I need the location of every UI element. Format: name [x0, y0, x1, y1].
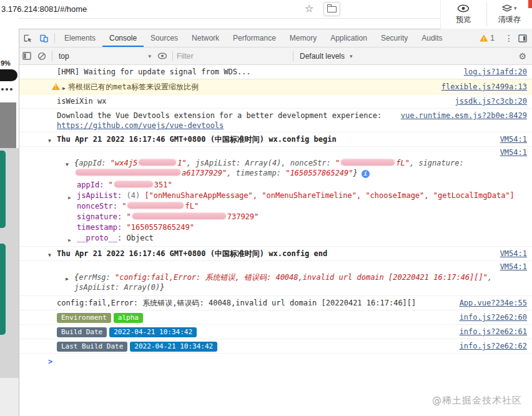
clear-cache-button[interactable]: ▾ 清缓存	[487, 0, 532, 29]
divider	[52, 51, 52, 61]
menu-dots-icon	[1, 88, 12, 91]
source-link[interactable]: VM54:1	[500, 249, 527, 259]
source-link[interactable]: VM54:1	[500, 134, 527, 144]
group-title: Thu Apr 21 2022 16:17:46 GMT+0800 (中国标准时…	[57, 249, 327, 258]
watermark: @稀土掘金技术社区	[432, 395, 522, 405]
teal-card-1[interactable]	[0, 151, 6, 228]
property-key: __proto__:	[77, 234, 126, 242]
source-link[interactable]: info.js?2e62:61	[460, 327, 527, 337]
console-message-hmr: log.js?1afd:20 [HMR] Waiting for update …	[19, 65, 532, 79]
chevron-down-icon: ▾	[350, 53, 353, 59]
alpha-badge: alpha	[114, 313, 143, 323]
teal-card-2[interactable]	[0, 244, 6, 335]
console-output: log.js?1afd:20 [HMR] Waiting for update …	[19, 65, 532, 416]
preview-key: , nonceStr:	[281, 159, 335, 167]
source-link[interactable]: VM54:1	[500, 262, 527, 271]
preview-button[interactable]: 预览	[441, 0, 486, 29]
property-proto: ▶ __proto__: Object	[68, 233, 527, 244]
tab-audits[interactable]: Audits	[415, 30, 449, 47]
source-link[interactable]: jssdk.js?c3cb:20	[455, 96, 527, 106]
collapse-arrow-icon[interactable]: ▼	[48, 250, 51, 260]
preview-value: Array(4)	[245, 159, 282, 167]
object-preview[interactable]: ▶ {errMsg: "config:fail,Error: 系统错误, 错误码…	[19, 272, 532, 293]
tab-memory[interactable]: Memory	[283, 30, 323, 47]
tab-elements[interactable]: Elements	[57, 30, 102, 47]
info-icon[interactable]: i	[362, 170, 370, 178]
console-error-object-entry: VM54:1 ▶ {errMsg: "config:fail,Error: 系统…	[19, 261, 532, 296]
live-expression-eye-icon[interactable]	[155, 49, 170, 64]
console-prompt-chevron[interactable]: >	[48, 357, 52, 367]
warning-count-badge[interactable]: ! 1	[480, 34, 495, 42]
page-footer-area	[0, 378, 19, 416]
preview-key: , signature:	[410, 159, 464, 167]
console-message-isweixin: jssdk.js?c3cb:20 isWeiXin wx	[19, 94, 532, 109]
eye-icon	[457, 4, 470, 12]
console-message-config-fail: App.vue?234e:55 config:fail,Error: 系统错误,…	[19, 296, 532, 310]
filter-input[interactable]	[175, 51, 290, 61]
more-options-icon[interactable]: ⋮	[505, 33, 513, 43]
tab-performance[interactable]: Performance	[226, 30, 283, 47]
source-link[interactable]: App.vue?234e:55	[460, 298, 527, 308]
devtools-panel: Elements Console Sources Network Perform…	[19, 29, 532, 416]
preview-value: fL"	[396, 159, 410, 167]
dock-side-icon[interactable]	[518, 34, 527, 42]
property-value: 351"	[154, 181, 172, 189]
source-link[interactable]: vue.runtime.esm.js?2b0e:8429	[401, 111, 527, 121]
last-build-date-badge: Last Build Date	[57, 342, 127, 352]
property-value: fL"	[185, 202, 199, 210]
property-key: timestamp:	[77, 223, 126, 232]
inspect-element-icon[interactable]	[19, 30, 36, 46]
group-title: Thu Apr 21 2022 16:17:46 GMT+0800 (中国标准时…	[57, 135, 337, 144]
save-folder-button[interactable]	[323, 2, 340, 16]
tab-console[interactable]: Console	[102, 30, 144, 47]
collapse-arrow-icon[interactable]: ▼	[66, 160, 69, 170]
divider	[54, 33, 55, 43]
expand-arrow-icon[interactable]: ▶	[68, 235, 71, 245]
tab-application[interactable]: Application	[323, 30, 374, 47]
divider	[293, 51, 293, 61]
clear-console-icon[interactable]	[34, 49, 49, 64]
source-link[interactable]: info.js?2e62:62	[460, 341, 527, 351]
source-link[interactable]: flexible.js?499a:13	[441, 82, 527, 92]
source-link[interactable]: info.js?2e62:60	[460, 312, 527, 322]
property-key: signature:	[77, 212, 126, 221]
console-message-last-build-date: info.js?2e62:62 Last Build Date2022-04-2…	[19, 339, 532, 354]
console-message-vue-devtools: vue.runtime.esm.js?2b0e:8429 Download th…	[19, 109, 532, 132]
source-link[interactable]: log.js?1afd:20	[464, 67, 527, 77]
property-appid: appId: "351"	[68, 180, 527, 191]
property-jsapilist: ▶ jsApiList: (4) ["onMenuShareAppMessage…	[68, 191, 527, 201]
property-key: jsApiList:	[77, 191, 126, 200]
preview-value: a61737929"	[182, 169, 227, 177]
collapse-arrow-icon[interactable]: ▼	[48, 136, 51, 146]
console-prompt[interactable]: >	[19, 354, 532, 370]
phone-pill	[0, 69, 17, 81]
expand-arrow-icon[interactable]: ▶	[62, 84, 66, 94]
vue-devtools-link[interactable]: https://github.com/vuejs/vue-devtools	[57, 121, 224, 130]
source-link[interactable]: VM54:1	[500, 148, 527, 157]
warning-count: 1	[490, 34, 495, 42]
bookmark-star-icon[interactable]: ☆	[305, 2, 313, 14]
build-date-badge: Build Date	[57, 327, 107, 337]
console-settings-gear-icon[interactable]: ⚙	[518, 51, 526, 61]
context-selector[interactable]: top ▾	[55, 52, 155, 61]
build-date-value-badge: 2022-04-21 10:34:42	[109, 327, 197, 337]
tab-sources[interactable]: Sources	[144, 30, 185, 47]
tab-security[interactable]: Security	[374, 30, 415, 47]
console-sidebar-icon[interactable]	[19, 49, 34, 64]
chevron-down-icon: ▾	[514, 5, 517, 11]
property-value: "	[122, 202, 126, 210]
redacted-text	[341, 159, 395, 166]
page-grey-block	[0, 102, 16, 148]
warning-icon: !	[52, 83, 60, 90]
expand-arrow-icon[interactable]: ▶	[66, 274, 69, 284]
array-count: (4)	[126, 191, 144, 200]
property-key: appId:	[77, 181, 109, 189]
device-toolbar-icon[interactable]	[36, 30, 52, 46]
url-text[interactable]: 3.176.214:8081/#/home	[1, 4, 87, 14]
tab-network[interactable]: Network	[185, 30, 226, 47]
log-levels-dropdown[interactable]: Default levels ▾	[296, 52, 357, 61]
object-preview[interactable]: ▼ {appId: "wx4j51", jsApiList: Array(4),…	[19, 157, 532, 179]
property-value: "1650557865249"	[126, 223, 194, 232]
redacted-text	[114, 181, 153, 187]
redacted-text	[127, 202, 184, 209]
